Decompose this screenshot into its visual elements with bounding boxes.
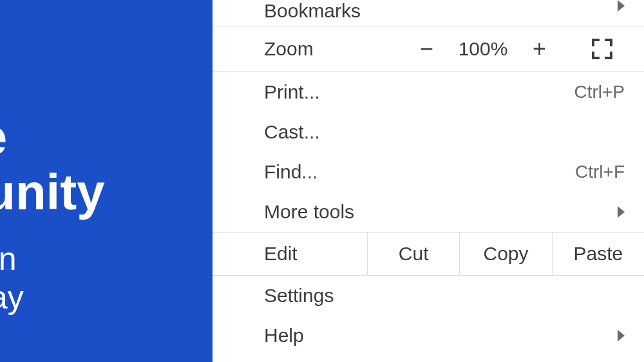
- menu-item-zoom: Zoom − 100% +: [213, 26, 644, 72]
- zoom-percent: 100%: [448, 38, 518, 60]
- print-shortcut: Ctrl+P: [574, 82, 625, 102]
- menu-item-help[interactable]: Help: [213, 316, 644, 356]
- fullscreen-button[interactable]: [560, 39, 644, 59]
- find-shortcut: Ctrl+F: [575, 162, 625, 182]
- menu-item-find[interactable]: Find... Ctrl+F: [213, 152, 644, 192]
- menu-item-print[interactable]: Print... Ctrl+P: [213, 72, 644, 112]
- fullscreen-icon: [592, 39, 612, 59]
- paste-button[interactable]: Paste: [552, 233, 644, 275]
- copy-button[interactable]: Copy: [459, 233, 551, 275]
- menu-item-bookmarks[interactable]: Bookmarks: [213, 0, 644, 26]
- page-heading-line2: rtunity: [0, 165, 105, 220]
- chevron-right-icon: [618, 0, 625, 12]
- find-label: Find...: [264, 161, 575, 183]
- page-sub-line2: eway: [0, 278, 105, 317]
- page-sub-line1: sson: [0, 240, 105, 278]
- cut-button[interactable]: Cut: [367, 233, 459, 275]
- page-heading-block: he rtunity sson eway: [0, 110, 105, 317]
- menu-item-cast[interactable]: Cast...: [213, 112, 644, 152]
- edit-label: Edit: [213, 243, 367, 265]
- settings-label: Settings: [264, 285, 625, 307]
- menu-item-settings[interactable]: Settings: [213, 276, 644, 316]
- zoom-label: Zoom: [213, 38, 406, 60]
- menu-item-more-tools[interactable]: More tools: [213, 192, 644, 232]
- zoom-in-button[interactable]: +: [518, 35, 560, 62]
- cast-label: Cast...: [264, 121, 625, 143]
- menu-item-edit: Edit Cut Copy Paste: [213, 232, 644, 276]
- zoom-out-button[interactable]: −: [406, 35, 448, 62]
- chevron-right-icon: [618, 206, 625, 218]
- chevron-right-icon: [618, 330, 625, 341]
- print-label: Print...: [264, 81, 574, 103]
- page-background: he rtunity sson eway: [0, 0, 213, 362]
- more-tools-label: More tools: [264, 201, 618, 223]
- page-heading-line1: he: [0, 110, 105, 165]
- browser-menu: Bookmarks Zoom − 100% + Print... Ctrl+P …: [213, 0, 644, 362]
- help-label: Help: [264, 325, 618, 347]
- bookmarks-label: Bookmarks: [264, 0, 618, 22]
